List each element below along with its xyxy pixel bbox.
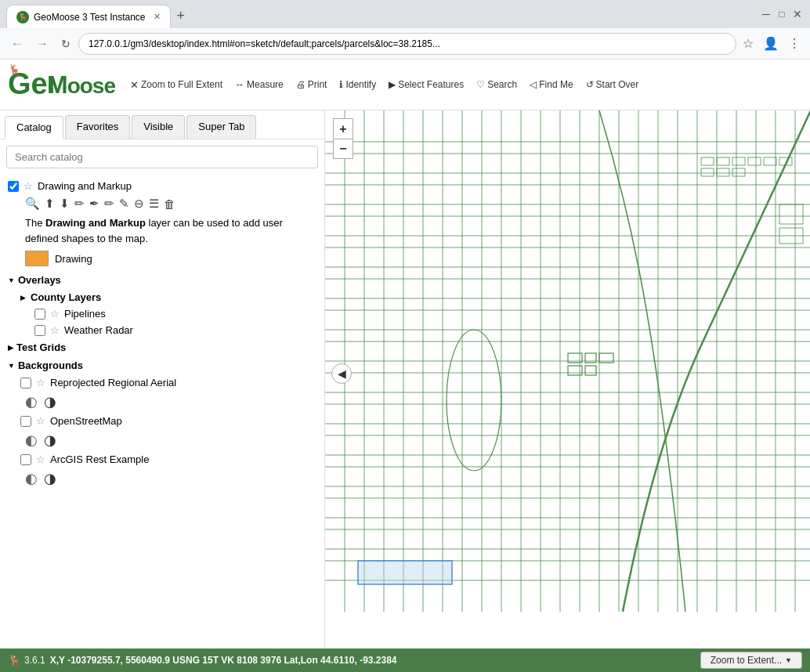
pipelines-item: ☆ Pipelines [19, 305, 318, 322]
app-header: Geo 🦌 Moose ✕ Zoom to Full Extent ↔ Meas… [0, 60, 810, 110]
status-coords: X,Y -10379255.7, 5560490.9 USNG 15T VK 8… [50, 655, 696, 666]
svg-text:🦌: 🦌 [8, 64, 22, 77]
pipelines-star-icon: ☆ [50, 308, 60, 320]
osm-brightness-high-icon[interactable]: ◑ [44, 432, 56, 449]
edit-pen-icon[interactable]: ✒ [89, 197, 99, 211]
reprojected-star-icon: ☆ [36, 377, 45, 388]
backgrounds-section: ▼ Backgrounds ☆ Reprojected Regional Aer… [6, 356, 318, 490]
pipelines-checkbox[interactable] [34, 309, 45, 320]
arcgis-brightness-low-icon[interactable]: ◐ [25, 470, 38, 487]
osm-brightness-low-icon[interactable]: ◐ [25, 432, 38, 449]
osm-star-icon: ☆ [36, 415, 45, 427]
map-back-button[interactable]: ◀ [331, 363, 352, 384]
app-container: Geo 🦌 Moose ✕ Zoom to Full Extent ↔ Meas… [0, 60, 810, 672]
zoom-to-extent-button[interactable]: Zoom to Extent... ▼ [700, 652, 802, 669]
zoom-to-layer-icon[interactable]: 🔍 [25, 197, 40, 211]
drawing-markup-checkbox[interactable] [8, 181, 19, 192]
arcgis-brightness-high-icon[interactable]: ◑ [44, 470, 56, 487]
drawing-description: The Drawing and Markup layer can be used… [6, 213, 318, 248]
profile-button[interactable]: 👤 [760, 33, 782, 54]
brightness-low-icon[interactable]: ◐ [25, 393, 38, 410]
nav-back-button[interactable]: ← [6, 34, 28, 54]
drawing-tools-row: 🔍 ⬆ ⬇ ✏ ✒ ✏ ✎ ⊖ ☰ 🗑 [6, 194, 318, 213]
zoom-in-button[interactable]: + [333, 118, 353, 139]
window-maximize-button[interactable]: □ [776, 8, 788, 20]
remove-icon[interactable]: ⊖ [134, 197, 144, 211]
reprojected-checkbox[interactable] [20, 378, 31, 388]
edit-style-icon[interactable]: ✏ [74, 197, 85, 211]
list-icon[interactable]: ☰ [149, 197, 159, 211]
tab-close-icon[interactable]: ✕ [154, 12, 161, 22]
window-minimize-button[interactable]: ─ [760, 8, 772, 20]
zoom-full-icon: ✕ [130, 79, 139, 91]
nav-refresh-button[interactable]: ↻ [56, 34, 75, 53]
tab-title: GeoMoose 3 Test Instance [34, 12, 146, 23]
svg-rect-62 [717, 157, 729, 165]
overlays-section: ▼ Overlays ▶ County Layers ☆ P [6, 271, 318, 338]
new-tab-button[interactable]: + [171, 5, 192, 27]
search-toolbar-icon: ♡ [476, 79, 485, 90]
version-badge: 🦌 3.6.1 [8, 654, 45, 667]
find-me-button[interactable]: ◁ Find Me [524, 77, 578, 92]
drawing-bold: Drawing and Markup [45, 217, 146, 229]
zoom-out-button[interactable]: − [333, 139, 353, 159]
search-button[interactable]: ♡ Search [471, 77, 523, 92]
test-grids-header[interactable]: ▶ Test Grids [6, 338, 318, 356]
tab-visible[interactable]: Visible [132, 115, 185, 139]
osm-checkbox[interactable] [20, 416, 31, 427]
print-icon: 🖨 [296, 79, 306, 90]
tab-favorites[interactable]: Favorites [65, 115, 130, 139]
window-close-button[interactable]: ✕ [791, 8, 804, 20]
upload-icon[interactable]: ⬆ [45, 197, 55, 211]
brightness-high-icon[interactable]: ◑ [44, 393, 56, 410]
svg-rect-63 [732, 157, 745, 165]
pipelines-label: Pipelines [64, 308, 106, 320]
logo-icon: Geo 🦌 [6, 64, 53, 105]
zoom-full-extent-button[interactable]: ✕ Zoom to Full Extent [125, 77, 228, 93]
start-over-button[interactable]: ↺ Start Over [580, 77, 645, 92]
version-text: 3.6.1 [24, 655, 45, 666]
delete-icon[interactable]: 🗑 [164, 197, 175, 211]
measure-button[interactable]: ↔ Measure [230, 77, 289, 92]
logo-text: Moose [47, 72, 115, 97]
svg-rect-61 [701, 157, 714, 165]
version-icon: 🦌 [8, 654, 21, 667]
svg-rect-68 [717, 168, 729, 176]
identify-button[interactable]: ℹ Identify [334, 77, 381, 92]
address-bar[interactable] [78, 33, 736, 55]
drawing-markup-star-icon: ☆ [24, 180, 33, 192]
zoom-extent-dropdown-icon: ▼ [785, 656, 792, 664]
catalog-search-input[interactable] [6, 146, 318, 168]
find-me-icon: ◁ [530, 79, 537, 90]
weather-radar-checkbox[interactable] [34, 325, 45, 336]
drawing-swatch-row: Drawing [6, 248, 318, 271]
browser-tab[interactable]: 🦌 GeoMoose 3 Test Instance ✕ [6, 5, 171, 28]
weather-radar-star-icon: ☆ [50, 324, 60, 336]
overlays-header[interactable]: ▼ Overlays [6, 271, 318, 289]
select-features-button[interactable]: ▶ Select Features [383, 77, 469, 92]
osm-item: ☆ OpenStreetMap ◐ ◑ [19, 413, 318, 451]
tab-super-tab[interactable]: Super Tab [186, 115, 256, 139]
map-canvas [325, 110, 810, 649]
print-button[interactable]: 🖨 Print [291, 77, 333, 92]
measure-icon: ↔ [235, 79, 244, 90]
bookmark-button[interactable]: ☆ [739, 33, 757, 54]
menu-button[interactable]: ⋮ [785, 33, 804, 54]
weather-radar-label: Weather Radar [64, 324, 133, 336]
draw-line-icon[interactable]: ✏ [104, 197, 114, 211]
toolbar: ✕ Zoom to Full Extent ↔ Measure 🖨 Print … [125, 77, 644, 93]
arcgis-item: ☆ ArcGIS Rest Example ◐ ◑ [19, 451, 318, 490]
svg-rect-70 [779, 204, 803, 224]
download-icon[interactable]: ⬇ [60, 197, 70, 211]
backgrounds-header[interactable]: ▼ Backgrounds [6, 356, 318, 374]
map-area[interactable]: + − ◀ [325, 110, 810, 649]
overlays-triangle-icon: ▼ [8, 276, 15, 284]
color-swatch[interactable] [25, 251, 49, 266]
nav-forward-button[interactable]: → [31, 34, 53, 54]
backgrounds-triangle-icon: ▼ [8, 362, 15, 370]
pencil-icon[interactable]: ✎ [119, 197, 129, 211]
arcgis-checkbox[interactable] [20, 454, 31, 465]
svg-rect-69 [732, 168, 745, 176]
tab-catalog[interactable]: Catalog [5, 116, 63, 139]
county-layers-header[interactable]: ▶ County Layers [19, 289, 318, 305]
